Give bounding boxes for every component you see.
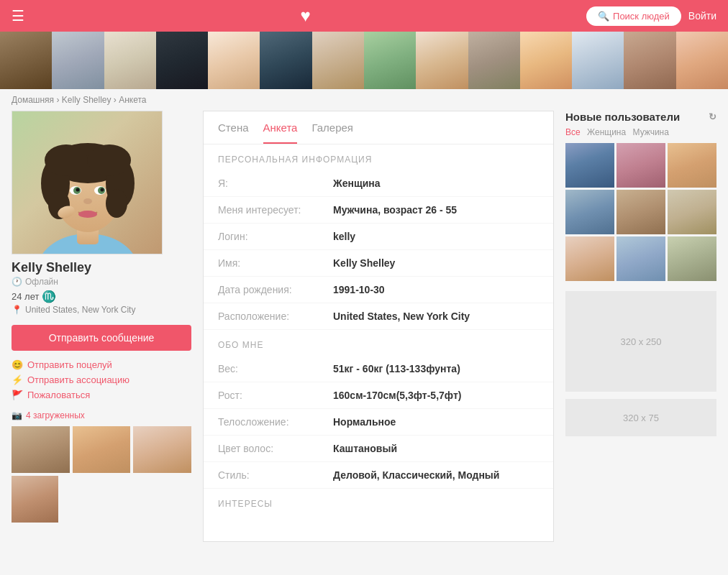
- svg-point-17: [83, 198, 92, 204]
- left-sidebar: Kelly Shelley 🕐 Офлайн 24 лет ♏ 📍 United…: [12, 111, 191, 542]
- tab-gallery[interactable]: Галерея: [311, 121, 353, 144]
- value-interest: Мужчина, возраст 26 - 55: [333, 204, 457, 216]
- value-birthdate: 1991-10-30: [333, 284, 385, 295]
- filter-links: Все Женщина Мужчина: [565, 127, 716, 137]
- ad-block-small: 320 x 75: [565, 399, 716, 436]
- user-thumb-9[interactable]: [668, 236, 716, 281]
- report-item[interactable]: 🚩 Пожаловаться: [12, 390, 191, 400]
- user-thumb-4[interactable]: [565, 190, 614, 234]
- send-association-item[interactable]: ⚡ Отправить ассоциацию: [12, 374, 191, 385]
- center-content: Стена Анкета Галерея ПЕРСОНАЛЬНАЯ ИНФОРМ…: [203, 111, 554, 542]
- user-thumb-6[interactable]: [668, 190, 716, 234]
- search-button-label: Поиск людей: [613, 11, 670, 22]
- photo-thumb-4[interactable]: [12, 476, 58, 523]
- strip-photo-14[interactable]: [676, 32, 728, 89]
- right-sidebar: Новые пользователи ↻ Все Женщина Мужчина…: [565, 111, 716, 542]
- breadcrumb-page: Анкета: [119, 95, 146, 105]
- photo-thumb-2[interactable]: [73, 426, 131, 473]
- strip-photo-6[interactable]: [260, 32, 311, 89]
- menu-icon[interactable]: ☰: [12, 7, 24, 24]
- label-style: Стиль:: [218, 469, 333, 481]
- search-button[interactable]: 🔍 Поиск людей: [586, 6, 681, 26]
- strip-photo-1[interactable]: [0, 32, 52, 89]
- strip-photo-13[interactable]: [624, 32, 675, 89]
- interests-section-title: ИНТЕРЕСЫ: [204, 489, 553, 515]
- profile-tabs: Стена Анкета Галерея: [204, 111, 553, 144]
- personal-section-title: ПЕРСОНАЛЬНАЯ ИНФОРМАЦИЯ: [204, 144, 553, 170]
- label-build: Телосложение:: [218, 416, 333, 428]
- profile-age: 24 лет ♏: [12, 290, 191, 303]
- info-row-name: Имя: Kelly Shelley: [204, 250, 553, 277]
- report-link[interactable]: 🚩 Пожаловаться: [12, 390, 191, 400]
- svg-point-15: [76, 188, 80, 192]
- strip-photo-2[interactable]: [52, 32, 104, 89]
- association-icon: ⚡: [12, 374, 23, 385]
- send-kiss-label: Отправить поцелуй: [27, 359, 112, 370]
- kiss-icon: 😊: [12, 359, 23, 370]
- report-label: Пожаловаться: [27, 390, 90, 400]
- info-row-hair: Цвет волос: Каштановый: [204, 436, 553, 462]
- action-links: 😊 Отправить поцелуй ⚡ Отправить ассоциац…: [12, 359, 191, 400]
- photo-thumb-3[interactable]: [133, 426, 191, 473]
- send-message-button[interactable]: Отправить сообщение: [12, 325, 191, 351]
- value-style: Деловой, Классический, Модный: [333, 469, 499, 481]
- strip-photo-12[interactable]: [572, 32, 624, 89]
- label-birthdate: Дата рождения:: [218, 284, 333, 295]
- send-kiss-link[interactable]: 😊 Отправить поцелуй: [12, 359, 191, 370]
- info-row-height: Рост: 160см-170см(5,3фт-5,7фт): [204, 382, 553, 409]
- value-location: United States, New York City: [333, 310, 470, 322]
- camera-icon: 📷: [12, 410, 22, 420]
- user-thumb-2[interactable]: [616, 143, 665, 188]
- refresh-icon[interactable]: ↻: [709, 111, 716, 122]
- label-weight: Вес:: [218, 363, 333, 374]
- strip-photo-9[interactable]: [416, 32, 468, 89]
- photo-thumb-1[interactable]: [12, 426, 70, 473]
- profile-location: 📍 United States, New York City: [12, 305, 191, 315]
- strip-photo-7[interactable]: [312, 32, 364, 89]
- svg-point-18: [78, 211, 97, 218]
- photo-strip: [0, 32, 728, 89]
- strip-photo-3[interactable]: [104, 32, 156, 89]
- info-row-login: Логин: kelly: [204, 224, 553, 250]
- filter-male[interactable]: Мужчина: [633, 127, 669, 137]
- label-login: Логин:: [218, 231, 333, 242]
- strip-photo-11[interactable]: [520, 32, 572, 89]
- avatar-image: [12, 111, 163, 254]
- label-location: Расположение:: [218, 310, 333, 322]
- tab-wall[interactable]: Стена: [218, 121, 249, 144]
- strip-photo-4[interactable]: [156, 32, 208, 89]
- strip-photo-10[interactable]: [468, 32, 520, 89]
- profile-avatar: [12, 111, 163, 254]
- user-thumb-7[interactable]: [565, 236, 614, 281]
- photo-grid: [12, 426, 191, 473]
- user-thumb-8[interactable]: [616, 236, 665, 281]
- send-kiss-item[interactable]: 😊 Отправить поцелуй: [12, 359, 191, 370]
- new-users-title: Новые пользователи: [565, 111, 680, 123]
- filter-female[interactable]: Женщина: [587, 127, 626, 137]
- value-height: 160см-170см(5,3фт-5,7фт): [333, 390, 461, 401]
- user-thumb-1[interactable]: [565, 143, 614, 188]
- heart-logo: ♥: [300, 6, 310, 26]
- uploaded-label: 📷 4 загруженных: [12, 410, 191, 420]
- filter-all[interactable]: Все: [565, 127, 581, 137]
- label-interest: Меня интересует:: [218, 204, 333, 216]
- header: ☰ ♥ 🔍 Поиск людей Войти: [0, 0, 728, 32]
- main-layout: Kelly Shelley 🕐 Офлайн 24 лет ♏ 📍 United…: [0, 111, 728, 553]
- breadcrumb-home[interactable]: Домашняя: [12, 95, 54, 105]
- send-association-link[interactable]: ⚡ Отправить ассоциацию: [12, 374, 191, 385]
- value-name: Kelly Shelley: [333, 257, 395, 269]
- user-thumb-3[interactable]: [668, 143, 716, 188]
- profile-status: 🕐 Офлайн: [12, 277, 191, 287]
- flag-icon: 🚩: [12, 390, 23, 400]
- info-row-birthdate: Дата рождения: 1991-10-30: [204, 277, 553, 303]
- strip-photo-8[interactable]: [364, 32, 416, 89]
- info-row-gender: Я: Женщина: [204, 170, 553, 197]
- login-button[interactable]: Войти: [688, 10, 716, 22]
- zodiac-icon: ♏: [42, 290, 56, 303]
- info-row-build: Телосложение: Нормальное: [204, 409, 553, 436]
- user-thumb-5[interactable]: [616, 190, 665, 234]
- breadcrumb-name[interactable]: Kelly Shelley: [62, 95, 112, 105]
- strip-photo-5[interactable]: [208, 32, 260, 89]
- tab-profile[interactable]: Анкета: [263, 121, 298, 144]
- ad-block-large: 320 x 250: [565, 291, 716, 392]
